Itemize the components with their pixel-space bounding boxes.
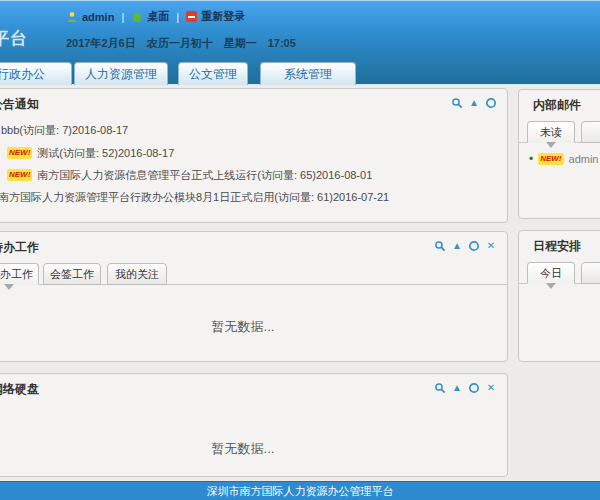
separator: |: [176, 11, 179, 23]
new-badge: NEW!: [7, 147, 32, 159]
new-badge: NEW!: [7, 169, 32, 181]
mail-tabstrip: 未读: [519, 116, 600, 143]
netdisk-panel-title: 网络硬盘: [0, 381, 39, 398]
schedule-panel-title: 日程安排: [533, 238, 581, 255]
mail-panel-title: 内部邮件: [533, 97, 581, 114]
weekday-text: 星期一: [224, 37, 257, 49]
active-tab-pointer: [546, 283, 556, 289]
relogin-link[interactable]: 重新登录: [201, 9, 245, 24]
user-icon: [66, 11, 78, 23]
nav-tab-system[interactable]: 系统管理: [260, 62, 356, 85]
collapse-icon[interactable]: ▲: [468, 97, 480, 109]
desktop-page: 平台 admin | 桌面 | 重新登录 2017年2月6日农历一月初十星期一1…: [0, 0, 600, 500]
mail-sender: admin: [569, 153, 599, 165]
bullet-icon: •: [529, 152, 533, 166]
nav-tab-administration[interactable]: 行政办公: [0, 62, 72, 85]
schedule-panel: 日程安排 今日: [518, 230, 600, 362]
relogin-icon: [186, 11, 197, 22]
netdisk-panel: 网络硬盘 ▲ ✕ 暂无数据...: [0, 373, 508, 477]
user-toolbar: admin | 桌面 | 重新登录: [66, 9, 245, 24]
netdisk-panel-actions: ▲ ✕: [434, 382, 497, 394]
app-logo: 平台: [0, 27, 28, 50]
collapse-icon[interactable]: ▲: [451, 240, 463, 252]
lunar-text: 农历一月初十: [147, 37, 213, 49]
date-line: 2017年2月6日农历一月初十星期一17:05: [66, 36, 307, 51]
collapse-icon[interactable]: ▲: [451, 382, 463, 394]
notice-panel-actions: ▲: [451, 97, 497, 109]
nav-tab-hr[interactable]: 人力资源管理: [74, 62, 168, 85]
todo-tab-following[interactable]: 我的关注: [107, 263, 167, 285]
mail-panel: 内部邮件 未读 • NEW! admin: [518, 89, 600, 219]
schedule-tab-today[interactable]: 今日: [527, 262, 575, 284]
separator: |: [121, 11, 124, 23]
footer-bar: 深圳市南方国际人力资源办公管理平台: [0, 481, 600, 500]
notice-item[interactable]: NEW! 测试(访问量: 52)2016-08-17: [0, 144, 499, 162]
todo-panel-title: 待办工作: [0, 239, 39, 256]
home-icon: [131, 11, 143, 23]
notice-item[interactable]: NEW! 南方国际人力资源信息管理平台正式上线运行(访问量: 65)2016-0…: [0, 166, 499, 184]
username-link[interactable]: admin: [82, 11, 114, 23]
notice-item[interactable]: 南方国际人力资源管理平台行政办公模块8月1日正式启用(访问量: 61)2016-…: [0, 188, 499, 206]
date-text: 2017年2月6日: [66, 37, 136, 49]
todo-tab-countersign[interactable]: 会签工作: [43, 263, 101, 285]
notice-item[interactable]: bbb(访问量: 7)2016-08-17: [0, 121, 499, 139]
time-text: 17:05: [268, 37, 296, 49]
notice-item-text: 南方国际人力资源管理平台行政办公模块8月1日正式启用(访问量: 61)2016-…: [0, 190, 389, 205]
nav-tab-documents[interactable]: 公文管理: [178, 62, 248, 85]
notice-item-text: 南方国际人力资源信息管理平台正式上线运行(访问量: 65)2016-08-01: [37, 168, 372, 183]
todo-panel: 待办工作 ▲ ✕ 待办工作 会签工作 我的关注 暂无数据...: [0, 231, 508, 362]
notice-item-text: bbb(访问量: 7)2016-08-17: [1, 123, 128, 138]
mail-tab-cutoff[interactable]: [581, 121, 600, 143]
close-icon[interactable]: ✕: [485, 240, 497, 252]
mail-tab-unread[interactable]: 未读: [527, 121, 575, 143]
close-icon[interactable]: ✕: [485, 382, 497, 394]
netdisk-empty-text: 暂无数据...: [0, 440, 507, 458]
todo-tab-pending[interactable]: 待办工作: [0, 263, 39, 285]
search-icon[interactable]: [434, 240, 446, 252]
active-tab-pointer: [4, 284, 14, 290]
refresh-icon[interactable]: [485, 97, 497, 109]
desktop-link[interactable]: 桌面: [147, 9, 169, 24]
todo-panel-actions: ▲ ✕: [434, 240, 497, 252]
todo-tabstrip: 待办工作 会签工作 我的关注: [0, 258, 507, 285]
notice-item-text: 测试(访问量: 52)2016-08-17: [37, 146, 174, 161]
schedule-tabstrip: 今日: [519, 257, 600, 284]
schedule-tab-cutoff[interactable]: [581, 262, 600, 284]
active-tab-pointer: [546, 142, 556, 148]
notice-panel: 公告通知 ▲ bbb(访问量: 7)2016-08-17 NEW! 测试(访问量…: [0, 88, 508, 223]
refresh-icon[interactable]: [468, 240, 480, 252]
new-badge: NEW!: [538, 153, 563, 165]
search-icon[interactable]: [434, 382, 446, 394]
refresh-icon[interactable]: [468, 382, 480, 394]
search-icon[interactable]: [451, 97, 463, 109]
notice-panel-title: 公告通知: [0, 96, 39, 113]
mail-list-item[interactable]: • NEW! admin: [529, 152, 599, 166]
footer-text: 深圳市南方国际人力资源办公管理平台: [207, 485, 394, 497]
todo-empty-text: 暂无数据...: [0, 318, 507, 336]
